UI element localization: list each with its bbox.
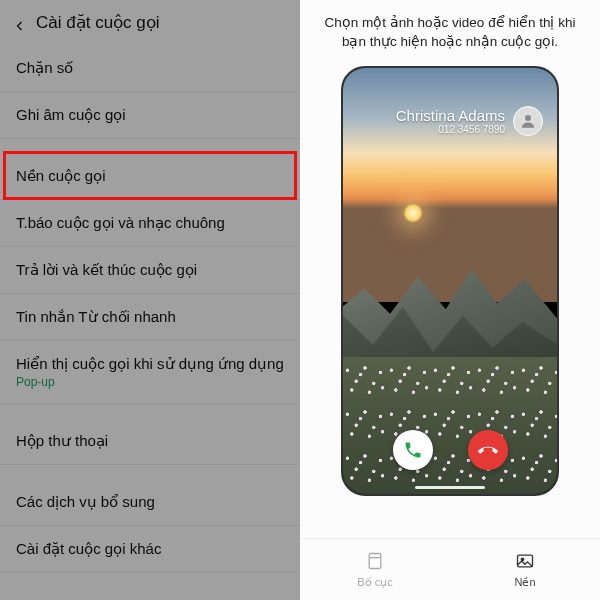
row-answer-end[interactable]: Trả lời và kết thúc cuộc gọi: [0, 247, 300, 294]
avatar: [513, 106, 543, 136]
decline-call-button[interactable]: [468, 430, 508, 470]
section-gap: [0, 465, 300, 479]
section-gap: [0, 404, 300, 418]
row-voicemail[interactable]: Hộp thư thoại: [0, 418, 300, 465]
row-call-display[interactable]: Hiển thị cuộc gọi khi sử dụng ứng dụng P…: [0, 341, 300, 404]
page-title: Cài đặt cuộc gọi: [36, 12, 160, 33]
call-buttons: [343, 430, 557, 470]
svg-rect-1: [369, 553, 381, 568]
row-about-phone[interactable]: Thông tin điện thoại: [0, 587, 300, 600]
header: Cài đặt cuộc gọi: [0, 0, 300, 45]
row-record-calls[interactable]: Ghi âm cuộc gọi: [0, 92, 300, 139]
row-alerts-ringtones[interactable]: T.báo cuộc gọi và nhạc chuông: [0, 200, 300, 247]
nav-background[interactable]: Nền: [450, 539, 600, 600]
accept-call-button[interactable]: [393, 430, 433, 470]
bottom-nav: Bố cục Nền: [300, 538, 600, 600]
caller-name: Christina Adams: [396, 107, 505, 124]
image-icon: [515, 551, 535, 573]
row-supplementary[interactable]: Các dịch vụ bổ sung: [0, 479, 300, 526]
row-quick-decline[interactable]: Tin nhắn Từ chối nhanh: [0, 294, 300, 341]
phone-preview: Christina Adams 012 3456 7890: [341, 66, 559, 496]
call-background-screen: Chọn một ảnh hoặc video để hiển thị khi …: [300, 0, 600, 600]
home-indicator: [415, 486, 485, 489]
nav-layout[interactable]: Bố cục: [300, 539, 450, 600]
settings-list: Chặn số Ghi âm cuộc gọi Nền cuộc gọi T.b…: [0, 45, 300, 600]
caller-number: 012 3456 7890: [396, 124, 505, 135]
row-block-numbers[interactable]: Chặn số: [0, 45, 300, 92]
section-gap: [0, 139, 300, 153]
row-call-background[interactable]: Nền cuộc gọi: [0, 153, 300, 200]
row-subtitle: Pop-up: [16, 375, 284, 389]
call-settings-screen: Cài đặt cuộc gọi Chặn số Ghi âm cuộc gọi…: [0, 0, 300, 600]
layout-icon: [365, 551, 385, 573]
section-gap: [0, 573, 300, 587]
description-text: Chọn một ảnh hoặc video để hiển thị khi …: [300, 0, 600, 62]
caller-info: Christina Adams 012 3456 7890: [396, 106, 543, 136]
back-icon[interactable]: [14, 17, 26, 29]
row-other-settings[interactable]: Cài đặt cuộc gọi khác: [0, 526, 300, 573]
svg-point-0: [525, 115, 531, 121]
